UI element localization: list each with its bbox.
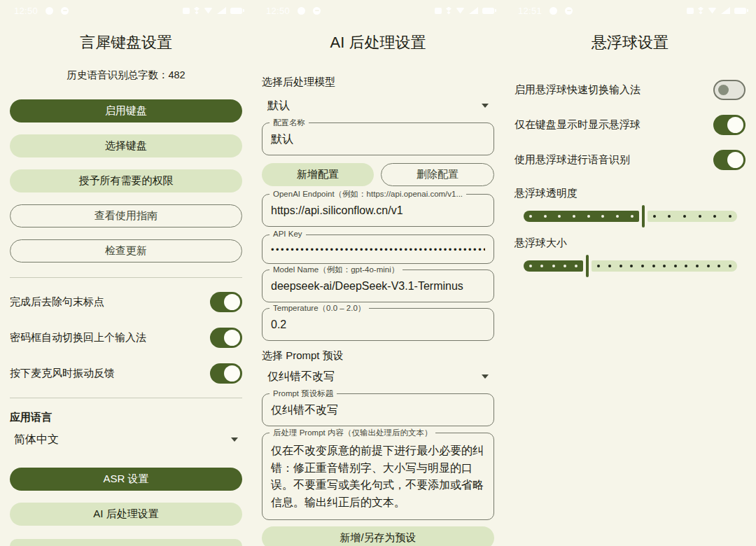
toggle-label: 密码框自动切换回上个输入法: [10, 331, 146, 344]
battery-icon: [230, 8, 242, 14]
field-value: 仅纠错不改写: [271, 403, 485, 418]
api-key-field[interactable]: API Key ••••••••••••••••••••••••••••••••…: [262, 234, 494, 265]
slider-handle[interactable]: [642, 205, 645, 227]
size-slider[interactable]: [524, 254, 737, 278]
remove-punctuation-switch[interactable]: [210, 292, 242, 312]
field-label: Temperature（0.0 – 2.0）: [270, 303, 369, 314]
field-value: https://api.siliconflow.cn/v1: [271, 204, 485, 218]
model-name-field[interactable]: Model Name（例如：gpt-4o-mini） deepseek-ai/D…: [262, 270, 494, 302]
switch-thumb: [718, 85, 729, 95]
mic-vibration-switch[interactable]: [210, 363, 242, 384]
toggle-row-voice-recognition: 使用悬浮球进行语音识别: [514, 150, 746, 170]
slider-handle[interactable]: [586, 255, 589, 277]
ai-postprocess-screen: 12:50 AI 后处理设置 选择后处理模型 默认 配置名称 默认 新增配置 删…: [252, 0, 504, 546]
notification-icon: [313, 7, 321, 15]
toggle-label: 完成后去除句末标点: [10, 295, 104, 309]
partial-button[interactable]: [10, 539, 242, 546]
recognition-count-text: 历史语音识别总字数：482: [0, 69, 252, 82]
field-value: 仅在不改变原意的前提下进行最小必要的纠错：修正重音错别字、大小写与明显的口误。不…: [271, 442, 485, 512]
field-label: OpenAI Endpoint（例如：https://api.openai.co…: [270, 189, 466, 200]
status-bar: 12:50: [252, 0, 504, 21]
enable-keyboard-button[interactable]: 启用键盘: [10, 99, 242, 122]
toggle-label: 启用悬浮球快速切换输入法: [514, 83, 640, 97]
switch-thumb: [224, 294, 240, 310]
config-name-field[interactable]: 配置名称 默认: [262, 122, 494, 155]
slider-active-track[interactable]: [524, 211, 639, 222]
slider-inactive-track[interactable]: [648, 211, 737, 222]
field-label: Prompt 预设标题: [270, 388, 337, 399]
save-preset-button[interactable]: 新增/另存为预设: [262, 526, 494, 546]
battery-icon: [482, 8, 494, 14]
add-config-button[interactable]: 新增配置: [262, 163, 374, 186]
chevron-down-icon: [482, 104, 489, 108]
status-bar: 12:51: [504, 0, 756, 21]
check-update-button[interactable]: 检查更新: [10, 239, 242, 262]
field-value: deepseek-ai/DeepSeek-V3.1-Terminus: [271, 279, 485, 294]
toggle-label: 使用悬浮球进行语音识别: [514, 153, 630, 167]
prompt-preset-select-label: 选择 Prompt 预设: [262, 349, 494, 363]
prompt-title-field[interactable]: Prompt 预设标题 仅纠错不改写: [262, 393, 494, 426]
toggle-label: 按下麦克风时振动反馈: [10, 367, 115, 380]
field-label: 配置名称: [270, 118, 309, 128]
field-label: 后处理 Prompt 内容（仅输出处理后的文本）: [270, 428, 435, 438]
app-language-dropdown[interactable]: 简体中文: [14, 431, 238, 448]
notification-icon: [550, 7, 557, 15]
ai-postprocess-settings-button[interactable]: AI 后处理设置: [10, 503, 242, 526]
toggle-row-quick-switch: 启用悬浮球快速切换输入法: [514, 80, 746, 100]
app-language-label: 应用语言: [10, 411, 242, 424]
page-title: AI 后处理设置: [252, 32, 504, 53]
asr-settings-button[interactable]: ASR 设置: [10, 468, 242, 491]
switch-thumb: [727, 152, 743, 168]
page-title: 言犀键盘设置: [0, 32, 252, 53]
status-time: 12:51: [518, 6, 542, 16]
status-time: 12:50: [266, 6, 290, 16]
field-label: Model Name（例如：gpt-4o-mini）: [270, 265, 402, 275]
cellular-signal-icon: [469, 7, 478, 14]
password-switchback-switch[interactable]: [210, 328, 242, 348]
toggle-row-show-with-keyboard: 仅在键盘显示时显示悬浮球: [514, 115, 746, 135]
hd-grid-icon: [687, 8, 694, 14]
opacity-slider-label: 悬浮球透明度: [514, 187, 746, 200]
floating-ball-screen: 12:51 悬浮球设置 启用悬浮球快速切换输入法 仅在键盘显示时显示悬浮球 使用…: [504, 0, 756, 546]
toggle-row-remove-punctuation: 完成后去除句末标点: [10, 284, 242, 320]
dropdown-value: 简体中文: [14, 433, 59, 447]
toggle-row-password-switchback: 密码框自动切换回上个输入法: [10, 320, 242, 356]
hd-grid-icon: [183, 8, 190, 14]
switch-thumb: [727, 117, 743, 133]
notification-icon: [298, 7, 305, 15]
status-bar: 12:50: [0, 0, 252, 21]
cellular-signal-icon: [721, 7, 730, 14]
voice-recognition-switch[interactable]: [713, 150, 746, 170]
size-slider-label: 悬浮球大小: [514, 237, 746, 250]
field-value: 默认: [271, 132, 485, 147]
switch-thumb: [224, 330, 240, 346]
opacity-slider[interactable]: [524, 204, 737, 228]
page-title: 悬浮球设置: [504, 32, 756, 53]
notification-icon: [61, 7, 69, 15]
notification-icon: [565, 7, 573, 15]
view-guide-button[interactable]: 查看使用指南: [10, 204, 242, 227]
grant-permissions-button[interactable]: 授予所有需要的权限: [10, 169, 242, 192]
model-config-dropdown[interactable]: 默认: [267, 97, 489, 114]
dropdown-value: 仅纠错不改写: [267, 370, 335, 384]
bluetooth-icon: [446, 7, 451, 15]
toggle-row-mic-vibration: 按下麦克风时振动反馈: [10, 356, 242, 391]
chevron-down-icon: [482, 374, 489, 379]
slider-active-track[interactable]: [524, 260, 583, 272]
select-keyboard-button[interactable]: 选择键盘: [10, 134, 242, 158]
floating-ball-quick-switch[interactable]: [713, 80, 746, 100]
wifi-icon: [204, 8, 213, 14]
show-with-keyboard-switch[interactable]: [713, 115, 746, 135]
prompt-content-field[interactable]: 后处理 Prompt 内容（仅输出处理后的文本） 仅在不改变原意的前提下进行最小…: [262, 433, 494, 520]
notification-icon: [46, 7, 53, 15]
prompt-preset-dropdown[interactable]: 仅纠错不改写: [267, 368, 489, 385]
slider-inactive-track[interactable]: [592, 260, 737, 272]
delete-config-button[interactable]: 删除配置: [381, 163, 494, 186]
wifi-icon: [456, 8, 465, 14]
openai-endpoint-field[interactable]: OpenAI Endpoint（例如：https://api.openai.co…: [262, 194, 494, 227]
temperature-field[interactable]: Temperature（0.0 – 2.0） 0.2: [262, 308, 494, 341]
model-select-label: 选择后处理模型: [262, 76, 494, 89]
dropdown-value: 默认: [267, 99, 290, 113]
divider: [10, 398, 242, 398]
toggle-label: 仅在键盘显示时显示悬浮球: [514, 118, 640, 132]
